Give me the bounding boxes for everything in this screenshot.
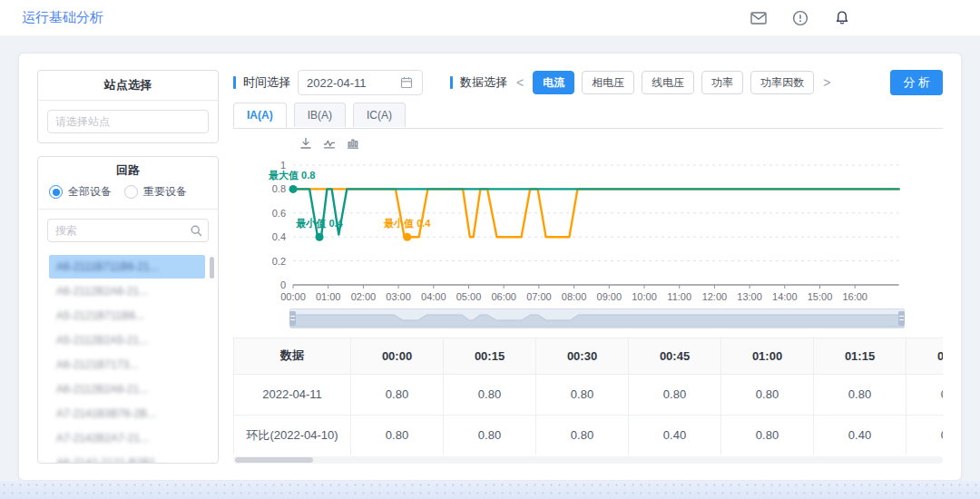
cell-value: 0.80 — [906, 415, 944, 455]
tab-0[interactable]: IA(A) — [233, 103, 287, 128]
main-area: 时间选择 2022-04-11 数据选择 < 电流相电压线电压功率功率因数 > … — [233, 70, 943, 464]
data-select-label: 数据选择 — [460, 74, 507, 91]
svg-text:最小值 0.4: 最小值 0.4 — [295, 218, 343, 229]
device-list-scrollbar[interactable] — [210, 257, 214, 279]
row-label: 2022-04-11 — [234, 374, 351, 415]
radio-all-devices[interactable] — [49, 185, 63, 199]
device-item-label: A7-2142B2A7-21... — [56, 432, 149, 445]
device-list-item[interactable]: A6-2111B711B6-21... — [49, 255, 205, 279]
svg-text:06:00: 06:00 — [491, 291, 516, 302]
download-icon[interactable] — [299, 136, 313, 151]
device-list-item[interactable]: A6-2112B2A6-21... — [49, 377, 205, 401]
cell-value: 0.40 — [814, 415, 906, 455]
device-item-label: A6-2142-2121-B2B1... — [56, 456, 164, 463]
device-item-label: A5-2112B2A5-21... — [56, 334, 148, 347]
data-table-wrap: 数据00:0000:1500:3000:4501:0001:1501:30 20… — [233, 338, 943, 455]
cell-value: 0.80 — [351, 374, 444, 415]
chart-toolbox — [299, 136, 943, 152]
svg-text:00:00: 00:00 — [280, 291, 306, 302]
datazoom-right-handle[interactable] — [898, 311, 905, 326]
svg-text:02:00: 02:00 — [351, 291, 377, 302]
svg-text:11:00: 11:00 — [667, 291, 691, 302]
device-item-label: A6-2112B2A6-21... — [56, 285, 148, 298]
device-item-label: A5-2121B711B6... — [56, 309, 144, 322]
radio-label[interactable]: 重要设备 — [143, 184, 187, 200]
svg-text:14:00: 14:00 — [772, 291, 798, 302]
page-title: 运行基础分析 — [22, 9, 103, 26]
device-list: A6-2111B711B6-21...A6-2112B2A6-21...A5-2… — [38, 251, 218, 463]
tab-1[interactable]: IB(A) — [294, 103, 346, 127]
chart-canvas: 00.20.40.60.8100:0001:0002:0003:0004:000… — [233, 152, 945, 308]
time-select-label: 时间选择 — [243, 74, 290, 91]
options-prev-arrow[interactable]: < — [514, 75, 525, 90]
table-header: 01:30 — [906, 338, 944, 374]
bell-icon[interactable] — [833, 9, 851, 27]
cell-value: 0.80 — [444, 374, 536, 415]
device-item-label: A7-2141B3B76-2B... — [56, 407, 156, 420]
table-hscrollbar[interactable] — [233, 456, 943, 464]
data-option-group: 电流相电压线电压功率功率因数 — [533, 71, 814, 94]
datazoom-slider[interactable] — [289, 308, 905, 328]
device-list-item[interactable]: A5-2112B2A5-21... — [49, 328, 205, 352]
bar-chart-icon[interactable] — [346, 136, 360, 151]
cell-value: 0.40 — [629, 415, 721, 455]
cell-value: 0.80 — [444, 415, 536, 455]
table-hscroll-thumb[interactable] — [235, 457, 313, 463]
svg-text:0.8: 0.8 — [272, 183, 286, 194]
svg-text:最大值 0.8: 最大值 0.8 — [268, 170, 315, 181]
data-option-4[interactable]: 功率因数 — [750, 71, 814, 94]
table-header: 01:15 — [814, 338, 906, 374]
svg-text:10:00: 10:00 — [632, 291, 657, 302]
calendar-icon — [399, 75, 414, 90]
site-select-input[interactable] — [47, 110, 209, 133]
line-chart-icon[interactable] — [322, 136, 337, 151]
analyze-button[interactable]: 分 析 — [890, 70, 943, 95]
device-list-item[interactable]: A7-2142B2A7-21... — [49, 426, 205, 450]
data-table: 数据00:0000:1500:3000:4501:0001:1501:30 20… — [233, 338, 943, 455]
tab-2[interactable]: IC(A) — [353, 103, 406, 127]
device-list-item[interactable]: A6-2121B7173... — [49, 353, 205, 377]
svg-text:15:00: 15:00 — [808, 291, 833, 302]
svg-text:13:00: 13:00 — [737, 291, 762, 302]
decorative-footer — [0, 481, 980, 499]
controls-row: 时间选择 2022-04-11 数据选择 < 电流相电压线电压功率功率因数 > … — [233, 70, 943, 95]
accent-bar — [450, 76, 453, 89]
mail-icon[interactable] — [750, 9, 768, 27]
table-header: 00:45 — [629, 338, 721, 374]
circuit-panel: 回路 全部设备重要设备 A6-2111B711B6-21...A6-2112B2… — [37, 156, 219, 464]
device-list-item[interactable]: A7-2141B3B76-2B... — [49, 402, 205, 426]
datazoom-left-handle[interactable] — [289, 311, 296, 326]
device-item-label: A6-2112B2A6-21... — [56, 383, 148, 396]
cell-value: 0.80 — [814, 374, 906, 415]
row-label: 环比(2022-04-10) — [234, 415, 351, 455]
data-option-3[interactable]: 功率 — [701, 71, 743, 94]
device-search-input[interactable] — [47, 219, 209, 242]
table-header: 数据 — [234, 338, 351, 374]
table-row: 环比(2022-04-10)0.800.800.800.400.800.400.… — [234, 415, 944, 455]
site-select-panel: 站点选择 — [37, 70, 219, 143]
radio-label[interactable]: 全部设备 — [68, 184, 112, 200]
svg-text:08:00: 08:00 — [562, 291, 587, 302]
svg-text:09:00: 09:00 — [597, 291, 622, 302]
table-header: 01:00 — [721, 338, 814, 374]
options-next-arrow[interactable]: > — [821, 75, 832, 90]
data-option-2[interactable]: 线电压 — [642, 71, 694, 94]
radio-important-devices[interactable] — [124, 185, 138, 199]
svg-text:16:00: 16:00 — [842, 291, 867, 302]
app-header: 运行基础分析 — [0, 0, 980, 36]
svg-text:最小值 0.4: 最小值 0.4 — [383, 218, 431, 229]
header-icon-group — [750, 9, 851, 27]
data-option-0[interactable]: 电流 — [533, 71, 574, 94]
date-picker[interactable]: 2022-04-11 — [298, 70, 423, 95]
device-list-item[interactable]: A6-2142-2121-B2B1... — [49, 451, 205, 463]
device-list-item[interactable]: A6-2112B2A6-21... — [49, 279, 205, 303]
alert-icon[interactable] — [791, 9, 809, 27]
cell-value: 0.80 — [721, 415, 814, 455]
device-list-item[interactable]: A5-2121B711B6... — [49, 304, 205, 328]
table-header: 00:00 — [351, 338, 444, 374]
data-option-1[interactable]: 相电压 — [582, 71, 634, 94]
cell-value: 0.80 — [536, 374, 629, 415]
site-panel-title: 站点选择 — [38, 71, 218, 101]
cell-value: 0.80 — [721, 374, 814, 415]
cell-value: 0.80 — [906, 374, 944, 415]
